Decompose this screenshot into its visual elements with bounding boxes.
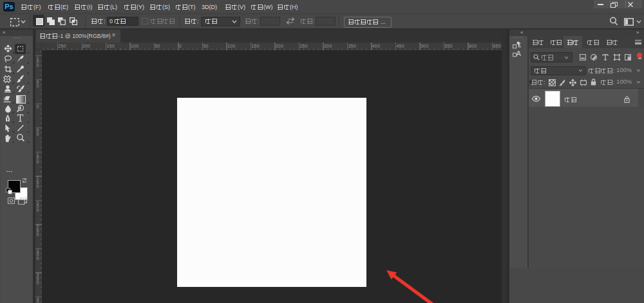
svg-text:A: A bbox=[516, 50, 522, 57]
